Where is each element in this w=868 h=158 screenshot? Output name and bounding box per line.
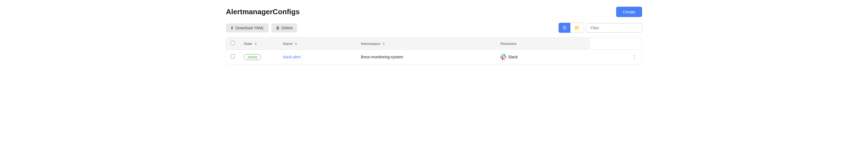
table-header: State ⇅ Name ⇅ Namespace ⇅ Receivers [226,38,642,50]
receiver-container: Slack [500,54,585,60]
toolbar-left: ⬇ Download YAML 🗑 Delete [226,24,297,32]
folder-view-button[interactable]: 📁 [570,23,584,33]
page-title: AlertmanagerConfigs [226,7,300,16]
row-name-cell: slack-alert [278,50,356,64]
sort-name-icon[interactable]: ⇅ [294,42,297,46]
toolbar-right: ☰ 📁 [558,23,642,33]
status-badge: Active [244,54,261,60]
more-actions-icon[interactable]: ⋮ [632,54,637,60]
delete-button[interactable]: 🗑 Delete [271,24,297,32]
download-icon: ⬇ [230,26,234,30]
col-receivers: Receivers [496,38,590,50]
toolbar-row: ⬇ Download YAML 🗑 Delete ☰ 📁 [226,23,642,33]
col-state-label: State [244,41,252,46]
create-button[interactable]: Create [616,7,642,17]
col-namespace-label: Namespace [361,41,380,46]
select-all-checkbox[interactable] [231,41,235,45]
download-yaml-label: Download YAML [236,26,264,30]
col-state: State ⇅ [239,38,278,50]
select-all-col [226,38,239,50]
row-namespace-cell: llmos-monitoring-system [356,50,496,64]
main-table: State ⇅ Name ⇅ Namespace ⇅ Receivers [226,38,642,64]
list-icon: ☰ [563,25,566,30]
row-receivers-cell: Slack [496,50,590,64]
row-checkbox-cell [226,50,239,64]
col-name-label: Name [283,41,292,46]
folder-icon: 📁 [574,25,580,30]
download-yaml-button[interactable]: ⬇ Download YAML [226,24,269,32]
page-container: AlertmanagerConfigs Create ⬇ Download YA… [217,0,651,71]
row-state-cell: Active [239,50,278,64]
header-row: AlertmanagerConfigs Create [226,7,642,17]
row-checkbox[interactable] [231,55,235,59]
delete-label: Delete [281,26,292,30]
list-view-button[interactable]: ☰ [559,23,570,33]
slack-icon [500,54,506,60]
table-body: Active slack-alert llmos-monitoring-syst… [226,50,642,64]
sort-namespace-icon[interactable]: ⇅ [382,42,385,46]
col-namespace: Namespace ⇅ [356,38,496,50]
table-container: State ⇅ Name ⇅ Namespace ⇅ Receivers [226,37,642,64]
row-actions-cell: ⋮ [590,50,642,64]
row-name-link[interactable]: slack-alert [283,55,301,59]
receiver-name: Slack [508,55,518,59]
filter-input[interactable] [586,23,642,33]
trash-icon: 🗑 [276,26,280,30]
col-receivers-label: Receivers [500,41,517,46]
col-name: Name ⇅ [278,38,356,50]
sort-state-icon[interactable]: ⇅ [254,42,257,46]
view-toggle: ☰ 📁 [558,23,584,33]
table-row: Active slack-alert llmos-monitoring-syst… [226,50,642,64]
